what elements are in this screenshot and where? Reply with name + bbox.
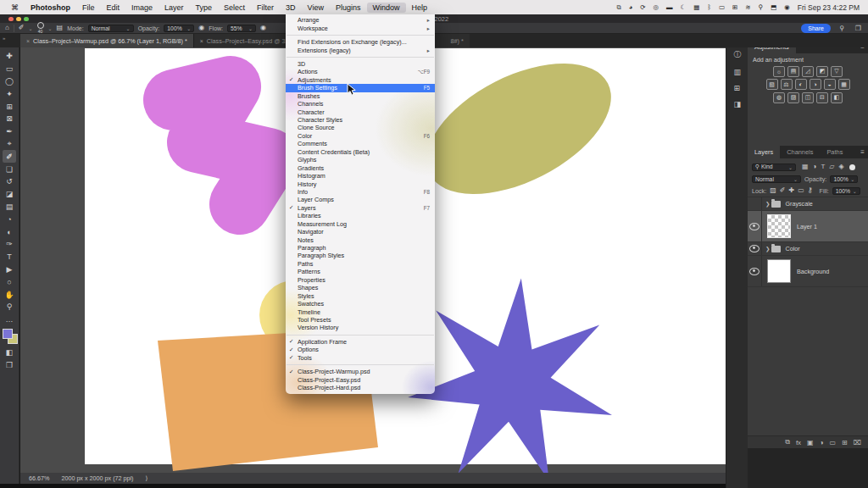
menu-item-clone-source[interactable]: Clone Source — [286, 124, 435, 131]
brush-settings-panel-toggle-icon[interactable]: ▤ — [57, 25, 64, 31]
delete-layer-icon[interactable]: ⌧ — [854, 439, 861, 446]
menu-item-class-project-hard-psd[interactable]: Class-Project-Hard.psd — [286, 384, 435, 391]
smudge-tool[interactable]: ◔ — [3, 213, 16, 225]
panel-menu-icon[interactable]: ≡ — [860, 148, 865, 156]
zoom-level[interactable]: 66.67% — [29, 474, 49, 482]
layer-blend-mode-dropdown[interactable]: Normal⌄ — [752, 175, 801, 183]
crop-tool[interactable]: ⊞ — [3, 100, 16, 113]
brush-size-preview[interactable]: 40 — [37, 22, 44, 34]
menu-item-application-frame[interactable]: ✓Application Frame — [286, 338, 435, 346]
black-white-icon[interactable]: ◐ — [795, 79, 807, 90]
menu-item-history[interactable]: History — [286, 180, 435, 187]
hand-tool[interactable]: ✋ — [3, 288, 16, 301]
lock-pixels-icon[interactable]: ✐ — [780, 187, 786, 194]
object-selection-tool[interactable]: ✦ — [3, 87, 16, 100]
share-button[interactable]: Share — [801, 24, 831, 33]
curves-icon[interactable]: ◿ — [802, 66, 814, 77]
threshold-icon[interactable]: ◫ — [802, 92, 814, 103]
menu-item-info[interactable]: InfoF8 — [286, 188, 435, 196]
menu-item-measurement-log[interactable]: Measurement Log — [286, 220, 435, 228]
workspace-switcher-icon[interactable]: ❐ — [855, 25, 861, 32]
pressure-opacity-icon[interactable]: ◉ — [198, 25, 204, 31]
opacity-dropdown[interactable]: 100%⌄ — [164, 25, 194, 32]
visibility-toggle[interactable] — [748, 256, 762, 286]
type-tool[interactable]: T — [3, 251, 16, 263]
color-lookup-icon[interactable]: ▦ — [838, 79, 850, 90]
menu-item-paragraph-styles[interactable]: Paragraph Styles — [286, 252, 435, 259]
menu-item-shapes[interactable]: Shapes — [286, 284, 435, 291]
histogram-panel-icon[interactable]: ▥ — [734, 68, 742, 76]
menubar-item-select[interactable]: Select — [218, 3, 251, 13]
close-tab-icon[interactable]: × — [26, 38, 30, 44]
pen-tool[interactable]: ✑ — [3, 238, 16, 251]
photo-filter-icon[interactable]: ◑ — [810, 79, 821, 90]
home-icon[interactable]: ⌂ — [5, 25, 9, 31]
menu-item-swatches[interactable]: Swatches — [286, 300, 435, 308]
keyboard-icon[interactable]: ▭ — [719, 4, 725, 11]
shape-tool[interactable]: ○ — [3, 275, 16, 288]
menu-item-options[interactable]: ✓Options — [286, 346, 435, 353]
menu-item-timeline[interactable]: Timeline — [286, 308, 435, 315]
menu-item-patterns[interactable]: Patterns — [286, 268, 435, 275]
marquee-tool[interactable]: ▭ — [3, 63, 16, 75]
info-panel-icon[interactable]: ⓘ — [734, 49, 742, 60]
menu-item-character-styles[interactable]: Character Styles — [286, 116, 435, 124]
menu-item-styles[interactable]: Styles — [286, 291, 435, 299]
shortcuts-icon[interactable]: ◎ — [654, 4, 659, 11]
menu-item-find-extensions-on-exchange-legacy[interactable]: Find Extensions on Exchange (legacy)... — [286, 38, 435, 46]
zoom-tool[interactable]: ⚲ — [3, 301, 16, 313]
menu-item-version-history[interactable]: Version History — [286, 324, 435, 331]
apple-menu-icon[interactable]: ⌘ — [5, 3, 25, 12]
bluetooth-icon[interactable]: ᛒ — [707, 4, 711, 11]
navigator-panel-icon[interactable]: ⊞ — [734, 84, 742, 92]
brush-tool[interactable]: ✐ — [3, 150, 16, 163]
healing-brush-tool[interactable]: ⌖ — [3, 138, 16, 151]
eraser-tool[interactable]: ◪ — [3, 188, 16, 201]
filter-smart-objects-icon[interactable]: ◈ — [838, 164, 843, 170]
tab-layers[interactable]: Layers — [748, 146, 780, 158]
menu-item-brush-settings[interactable]: Brush SettingsF5 — [286, 84, 435, 92]
menu-item-adjustments[interactable]: ✓Adjustments — [286, 76, 435, 84]
menubar-item-plugins[interactable]: Plugins — [330, 3, 367, 13]
properties-panel-icon[interactable]: ◨ — [734, 100, 742, 108]
menu-item-color[interactable]: ColorF6 — [286, 132, 435, 140]
exposure-icon[interactable]: ◩ — [816, 66, 828, 77]
filter-type-layers-icon[interactable]: T — [821, 164, 825, 170]
menubar-item-window[interactable]: Window — [367, 3, 406, 13]
chevron-right-icon[interactable]: ❯ — [765, 201, 770, 208]
eyedropper-tool[interactable]: ✒ — [3, 125, 16, 138]
clone-stamp-tool[interactable]: ❏ — [3, 163, 16, 175]
menu-item-class-project-warmup-psd[interactable]: ✓Class-Project-Warmup.psd — [286, 368, 435, 375]
menubar-item-view[interactable]: View — [302, 3, 330, 13]
layer-row-color[interactable]: ❯Color — [748, 242, 868, 256]
layer-row-background[interactable]: Background — [748, 256, 868, 287]
control-center-icon[interactable]: ⬒ — [771, 4, 776, 11]
tab-paths[interactable]: Paths — [820, 146, 849, 158]
menubar-item-help[interactable]: Help — [406, 3, 434, 13]
chevron-right-icon[interactable]: ❯ — [765, 246, 770, 252]
menu-item-tools[interactable]: ✓Tools — [286, 354, 435, 362]
layer-thumbnail[interactable] — [767, 259, 791, 283]
hue-saturation-icon[interactable]: ▧ — [766, 79, 778, 90]
dodge-tool[interactable]: ◐ — [3, 225, 16, 238]
foreground-color-swatch[interactable] — [3, 329, 13, 339]
color-profile-icon[interactable]: ◕ — [629, 4, 633, 11]
menubar-item-layer[interactable]: Layer — [159, 3, 190, 13]
layer-row-layer-1[interactable]: Layer 1 — [748, 211, 868, 242]
filter-adjustment-layers-icon[interactable]: ◑ — [813, 164, 817, 170]
menu-item-content-credentials-beta[interactable]: Content Credentials (Beta) — [286, 148, 435, 156]
display-icon[interactable]: ▦ — [693, 4, 699, 11]
layer-opacity-dropdown[interactable]: 100%⌄ — [830, 175, 858, 183]
color-balance-icon[interactable]: ⚖ — [781, 79, 793, 90]
menu-item-class-project-easy-psd[interactable]: Class-Project-Easy.psd — [286, 375, 435, 383]
menu-item-3d[interactable]: 3D — [286, 60, 435, 68]
menubar-item-image[interactable]: Image — [125, 3, 159, 13]
menu-item-comments[interactable]: Comments — [286, 140, 435, 147]
levels-icon[interactable]: ▤ — [787, 66, 799, 77]
filter-shape-layers-icon[interactable]: ▱ — [829, 164, 834, 170]
flow-dropdown[interactable]: 55%⌄ — [227, 25, 256, 32]
close-tab-icon[interactable]: × — [200, 38, 203, 44]
edit-toolbar[interactable]: … — [3, 313, 16, 326]
path-selection-tool[interactable]: ▶ — [3, 263, 16, 276]
menu-item-paths[interactable]: Paths — [286, 260, 435, 268]
